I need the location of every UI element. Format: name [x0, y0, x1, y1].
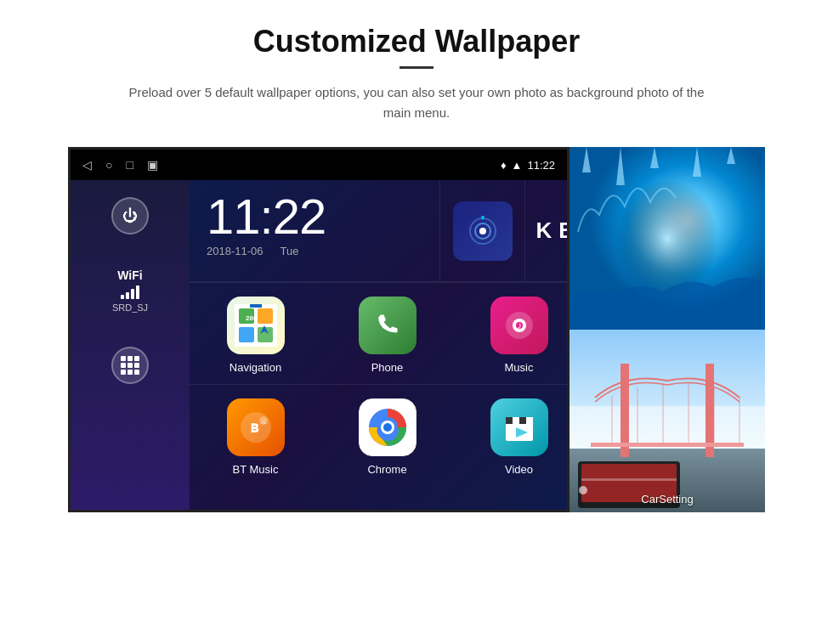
ice-cave-svg [570, 147, 765, 330]
location-icon: ♦ [501, 159, 507, 172]
svg-text:♪: ♪ [517, 319, 522, 331]
page-title: Customized Wallpaper [253, 24, 581, 59]
power-icon: ⏻ [122, 207, 138, 225]
phone-svg [372, 310, 403, 341]
svg-rect-46 [581, 478, 677, 481]
wallpaper-ice-cave[interactable] [570, 147, 765, 330]
signal-widget [439, 180, 524, 281]
title-divider [400, 66, 434, 69]
clock-date-value: 2018-11-06 [207, 245, 264, 257]
clock-widget: 11:22 2018-11-06 Tue [190, 180, 439, 281]
svg-text:280: 280 [246, 314, 258, 322]
svg-rect-28 [519, 417, 526, 424]
wallpaper-car-setting[interactable]: CarSetting [570, 330, 765, 512]
screenshot-icon[interactable]: ▣ [147, 158, 158, 172]
main-area: ⏻ WiFi SRD_SJ [71, 180, 567, 512]
app-row-2: ʙ ♫ BT Music [190, 384, 570, 486]
page-description: Preload over 5 default wallpaper options… [119, 82, 714, 123]
app-bt-music[interactable]: ʙ ♫ BT Music [190, 385, 321, 486]
phone-label: Phone [371, 361, 404, 374]
bt-music-label: BT Music [233, 463, 279, 476]
signal-app-icon[interactable] [453, 201, 513, 261]
svg-rect-27 [506, 417, 513, 424]
back-icon[interactable]: ◁ [82, 158, 92, 172]
grid-icon [121, 356, 139, 375]
svg-text:♫: ♫ [261, 418, 266, 426]
app-navigation[interactable]: 280 Navigation [190, 283, 321, 384]
wifi-bar-2 [126, 292, 129, 299]
carsetting-label: CarSetting [570, 493, 765, 506]
status-bar-left: ◁ ○ □ ▣ [82, 158, 158, 172]
status-time: 11:22 [527, 159, 555, 172]
wifi-widget: WiFi SRD_SJ [112, 268, 148, 313]
car-wallpaper-bg [570, 330, 765, 512]
bt-svg: ʙ ♫ [239, 410, 273, 444]
wifi-bars [112, 285, 148, 299]
ice-cave-bg [570, 147, 765, 330]
recents-icon[interactable]: □ [126, 158, 133, 172]
wifi-ssid: SRD_SJ [112, 302, 148, 313]
left-sidebar: ⏻ WiFi SRD_SJ [71, 180, 190, 512]
home-icon[interactable]: ○ [105, 158, 112, 172]
video-icon [490, 398, 548, 456]
status-bar: ◁ ○ □ ▣ ♦ ▲ 11:22 [71, 150, 567, 180]
bt-music-icon: ʙ ♫ [227, 398, 285, 456]
app-row-1: 280 Navigation [190, 282, 570, 384]
app-video[interactable]: Video [453, 385, 570, 486]
navigation-icon: 280 [227, 297, 285, 354]
wifi-bar-4 [136, 285, 139, 299]
wallpaper-thumbs: CarSetting [570, 147, 765, 512]
android-screen: ◁ ○ □ ▣ ♦ ▲ 11:22 ⏻ [68, 147, 570, 512]
chrome-icon [359, 398, 416, 456]
page-container: Customized Wallpaper Preload over 5 defa… [0, 0, 833, 644]
clock-day-value: Tue [280, 245, 299, 257]
video-svg [502, 410, 536, 444]
video-label: Video [505, 463, 533, 476]
svg-point-23 [383, 423, 392, 432]
app-phone[interactable]: Phone [321, 283, 453, 384]
app-music[interactable]: ♪ Music [453, 283, 570, 384]
b-widget[interactable]: B [558, 217, 570, 244]
wifi-bar-3 [131, 289, 134, 299]
svg-rect-7 [258, 308, 273, 324]
maps-svg: 280 [235, 304, 277, 347]
device-area: ◁ ○ □ ▣ ♦ ▲ 11:22 ⏻ [51, 147, 782, 512]
svg-point-0 [479, 228, 486, 234]
svg-rect-43 [591, 443, 744, 447]
chrome-label: Chrome [367, 463, 406, 476]
status-bar-right: ♦ ▲ 11:22 [501, 159, 555, 172]
apps-grid-button[interactable] [111, 347, 149, 384]
chrome-svg [366, 405, 410, 449]
music-label: Music [505, 361, 534, 374]
k-widget[interactable]: K [536, 217, 552, 244]
wifi-bar-1 [121, 295, 124, 299]
music-icon: ♪ [490, 297, 548, 354]
svg-text:ʙ: ʙ [250, 419, 259, 436]
wifi-status-icon: ▲ [512, 159, 523, 172]
music-svg: ♪ [504, 310, 535, 341]
clock-date: 2018-11-06 Tue [207, 245, 422, 257]
clock-time: 11:22 [207, 192, 422, 241]
power-button[interactable]: ⏻ [111, 197, 149, 234]
app-chrome[interactable]: Chrome [321, 385, 453, 486]
svg-rect-9 [250, 304, 262, 308]
navigation-label: Navigation [230, 361, 281, 374]
car-scene-svg [570, 330, 765, 512]
signal-svg-icon [468, 216, 498, 246]
svg-point-31 [616, 179, 718, 298]
wifi-label: WiFi [112, 268, 148, 282]
phone-icon [359, 297, 416, 354]
svg-rect-6 [239, 327, 254, 342]
